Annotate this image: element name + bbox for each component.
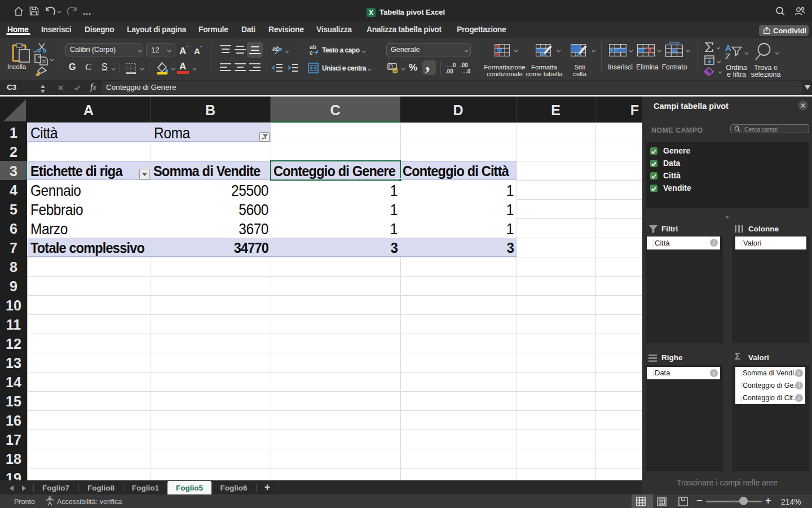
svg-text:c: c <box>310 49 313 55</box>
